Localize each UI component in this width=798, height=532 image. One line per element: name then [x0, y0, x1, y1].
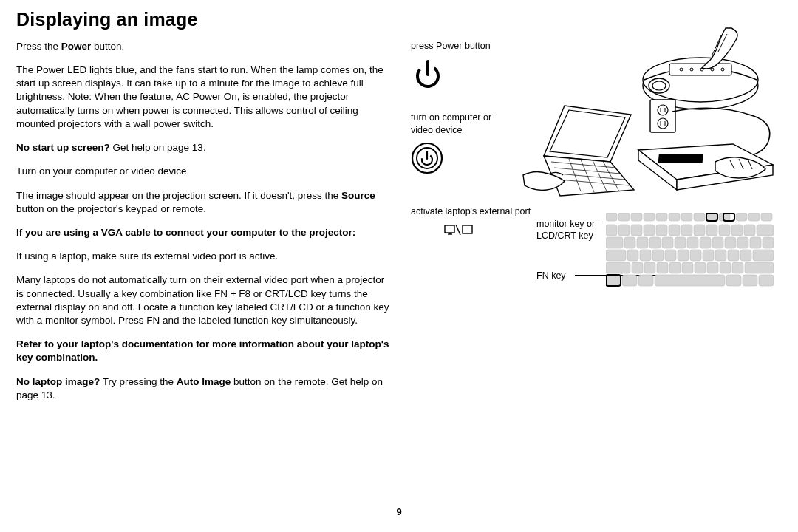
svg-rect-45: [644, 213, 655, 221]
svg-rect-55: [606, 225, 617, 236]
svg-rect-41: [463, 225, 472, 233]
text-bold: Auto Image: [177, 376, 231, 387]
svg-rect-60: [669, 225, 680, 236]
svg-rect-77: [725, 237, 736, 248]
figure-column: press Power button: [411, 40, 776, 412]
svg-rect-61: [681, 225, 692, 236]
section-heading: If you are using a VGA cable to connect …: [16, 226, 393, 239]
svg-rect-92: [753, 250, 774, 261]
svg-rect-70: [637, 237, 648, 248]
text: Try pressing the: [100, 376, 177, 387]
figure-annotation: FN key: [536, 270, 603, 282]
svg-rect-109: [743, 275, 757, 286]
body-paragraph-bold: Refer to your laptop's documentation for…: [16, 338, 393, 364]
columns: Press the Power button. The Power LED li…: [16, 40, 776, 412]
svg-rect-68: [606, 237, 623, 248]
svg-rect-46: [656, 213, 667, 221]
svg-rect-52: [736, 213, 747, 221]
svg-rect-100: [707, 262, 718, 273]
keyboard-key-labels: monitor key or LCD/CRT key FN key: [536, 219, 603, 282]
svg-rect-50: [706, 213, 717, 221]
body-paragraph: The Power LED lights blue, and the fans …: [16, 64, 393, 131]
svg-rect-74: [687, 237, 698, 248]
svg-rect-83: [640, 250, 651, 261]
manual-page: Displaying an image Press the Power butt…: [0, 0, 798, 532]
svg-rect-97: [669, 262, 681, 273]
text: Press the: [16, 41, 61, 52]
svg-rect-84: [652, 250, 664, 261]
svg-rect-108: [726, 275, 741, 286]
svg-rect-107: [655, 275, 725, 286]
svg-rect-78: [737, 237, 748, 248]
text: button.: [91, 41, 124, 52]
body-paragraph: Many laptops do not automatically turn o…: [16, 273, 393, 327]
body-paragraph: Turn on your computer or video device.: [16, 165, 393, 178]
svg-rect-95: [644, 262, 655, 273]
svg-rect-71: [649, 237, 661, 248]
svg-rect-93: [606, 262, 630, 273]
svg-rect-75: [700, 237, 711, 248]
svg-rect-63: [706, 225, 717, 236]
svg-rect-69: [624, 237, 635, 248]
figure-caption: turn on computer or video device: [411, 112, 507, 137]
svg-rect-91: [740, 250, 751, 261]
text: Get help on page 13.: [110, 142, 206, 153]
svg-rect-81: [606, 250, 626, 261]
svg-rect-101: [720, 262, 731, 273]
text: button on the projector's keypad or remo…: [16, 203, 206, 214]
svg-rect-82: [627, 250, 638, 261]
figure-power-projector: press Power button: [411, 40, 776, 91]
text-bold: No laptop image?: [16, 376, 100, 387]
svg-rect-51: [719, 213, 730, 221]
body-text-column: Press the Power button. The Power LED li…: [16, 40, 393, 412]
text-bold: Source: [341, 190, 375, 201]
svg-rect-37: [445, 225, 454, 233]
svg-rect-76: [712, 237, 723, 248]
svg-rect-42: [606, 213, 617, 221]
monitor-key-icon: [444, 223, 474, 238]
text-bold: No start up screen?: [16, 142, 110, 153]
svg-rect-96: [657, 262, 668, 273]
svg-rect-80: [763, 237, 774, 248]
keyboard-illustration: [606, 213, 776, 301]
callout-paragraph: No start up screen? Get help on page 13.: [16, 141, 393, 154]
page-number: 9: [0, 505, 798, 519]
svg-rect-79: [750, 237, 761, 248]
body-paragraph: Press the Power button.: [16, 40, 393, 53]
svg-rect-85: [665, 250, 676, 261]
svg-rect-56: [618, 225, 630, 236]
figure-computer-video: turn on computer or video device: [411, 112, 776, 175]
svg-rect-102: [732, 262, 743, 273]
svg-rect-104: [606, 275, 621, 286]
svg-rect-47: [669, 213, 680, 221]
text: The image should appear on the projectio…: [16, 190, 341, 201]
svg-rect-44: [631, 213, 642, 221]
svg-rect-48: [681, 213, 692, 221]
svg-rect-33: [658, 154, 703, 163]
svg-rect-64: [719, 225, 730, 236]
svg-line-40: [456, 225, 460, 235]
svg-rect-73: [675, 237, 686, 248]
svg-rect-87: [690, 250, 701, 261]
svg-rect-94: [632, 262, 643, 273]
figure-annotation: monitor key or LCD/CRT key: [536, 219, 603, 242]
callout-paragraph: No laptop image? Try pressing the Auto I…: [16, 375, 393, 402]
svg-rect-86: [678, 250, 689, 261]
svg-rect-59: [656, 225, 667, 236]
svg-rect-105: [622, 275, 637, 286]
text-bold: Power: [61, 41, 92, 52]
svg-rect-43: [618, 213, 630, 221]
laptop-illustration: [522, 104, 640, 200]
svg-rect-90: [728, 250, 739, 261]
svg-rect-110: [759, 275, 774, 286]
svg-rect-65: [732, 225, 743, 236]
svg-rect-89: [715, 250, 726, 261]
svg-rect-57: [631, 225, 642, 236]
svg-rect-54: [761, 213, 772, 221]
svg-rect-58: [644, 225, 655, 236]
figure-external-port: activate laptop's external port monitor …: [411, 205, 776, 218]
svg-rect-99: [695, 262, 706, 273]
svg-rect-66: [744, 225, 755, 236]
svg-rect-72: [662, 237, 673, 248]
svg-rect-62: [694, 225, 705, 236]
